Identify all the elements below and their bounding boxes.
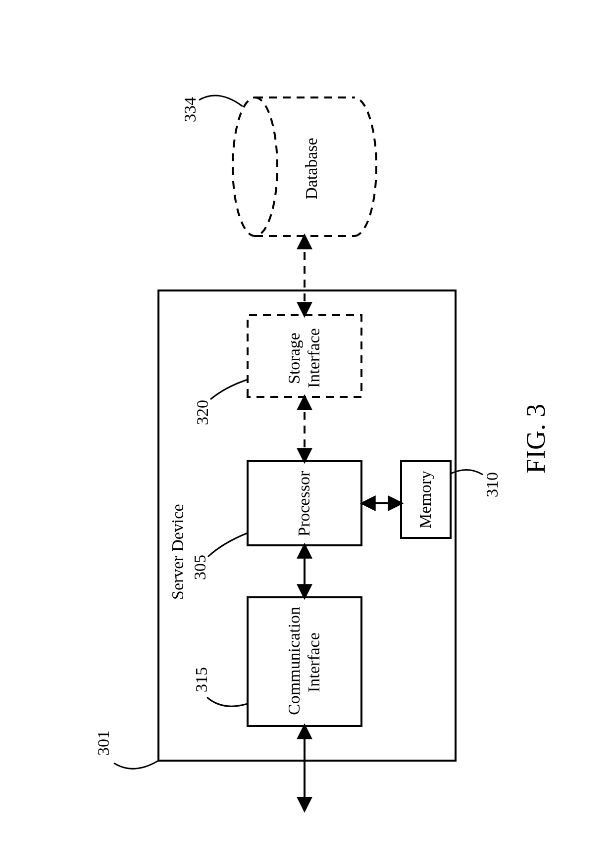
ref-315-leader bbox=[207, 697, 248, 706]
database-block: Database bbox=[233, 97, 376, 236]
communication-interface-block: Communication Interface bbox=[248, 597, 361, 726]
processor-label: Processor bbox=[295, 471, 313, 536]
communication-interface-label-line2: Interface bbox=[305, 632, 323, 692]
ref-315: 315 bbox=[192, 667, 210, 692]
ref-334-leader bbox=[199, 96, 243, 106]
processor-block: Processor bbox=[248, 461, 361, 545]
database-label: Database bbox=[302, 138, 320, 199]
ref-305: 305 bbox=[191, 555, 209, 580]
svg-point-4 bbox=[233, 97, 277, 236]
ref-301-leader bbox=[114, 761, 158, 769]
ref-334: 334 bbox=[181, 97, 199, 122]
memory-block: Memory bbox=[401, 461, 451, 538]
server-device-title: Server Device bbox=[168, 504, 187, 600]
figure-caption: FIG. 3 bbox=[521, 404, 551, 474]
ref-305-leader bbox=[208, 533, 248, 557]
ref-310: 310 bbox=[483, 472, 501, 497]
storage-interface-block: Storage Interface bbox=[248, 315, 361, 397]
storage-interface-label-line2: Interface bbox=[305, 328, 323, 388]
communication-interface-label-line1: Communication bbox=[285, 607, 303, 715]
ref-320-leader bbox=[210, 380, 248, 399]
storage-interface-label-line1: Storage bbox=[285, 333, 303, 384]
ref-301: 301 bbox=[94, 730, 112, 756]
memory-label: Memory bbox=[416, 471, 434, 529]
ref-320: 320 bbox=[193, 400, 211, 425]
